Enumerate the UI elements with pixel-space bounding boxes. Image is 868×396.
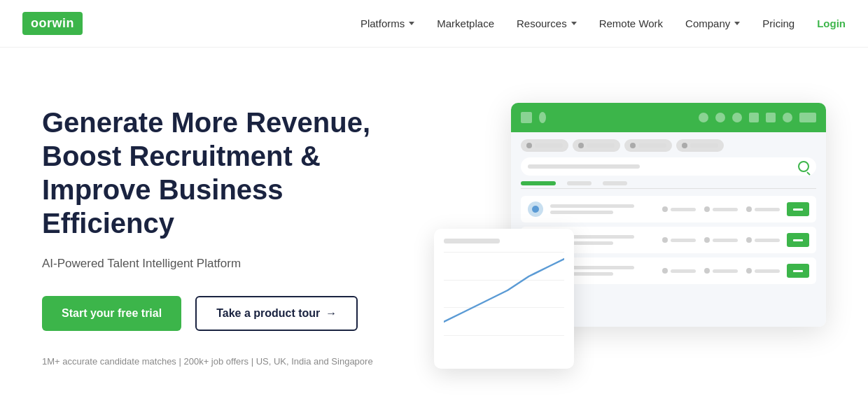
- start-trial-button[interactable]: Start your free trial: [42, 296, 181, 331]
- hero-section: Generate More Revenue, Boost Recruitment…: [0, 48, 868, 396]
- topbar-more-icon: [799, 113, 816, 122]
- menu-icon: [521, 112, 532, 123]
- row-meta: [662, 268, 780, 274]
- hero-illustration: [434, 103, 826, 369]
- hero-buttons: Start your free trial Take a product tou…: [42, 296, 406, 331]
- hero-title: Generate More Revenue, Boost Recruitment…: [42, 106, 406, 240]
- topbar-search-icon: [699, 113, 708, 122]
- tab-1[interactable]: [567, 181, 592, 185]
- table-row: [521, 196, 816, 222]
- topbar-settings-icon: [766, 113, 776, 122]
- topbar-add-icon: [715, 113, 725, 122]
- meta-location: [704, 206, 738, 212]
- avatar: [528, 201, 543, 217]
- row-line-detail: [550, 211, 613, 214]
- nav-item-login[interactable]: Login: [817, 17, 846, 29]
- meta-phone: [746, 206, 780, 212]
- row-line-name: [550, 204, 634, 208]
- row-action-button[interactable]: [787, 202, 809, 216]
- chart-title: [444, 239, 500, 243]
- meta-email: [662, 206, 696, 212]
- filter-pill-2: [573, 139, 620, 152]
- tab-2[interactable]: [603, 181, 627, 185]
- product-tour-button[interactable]: Take a product tour →: [195, 296, 358, 331]
- hero-subtitle: AI-Powered Talent Intelligent Platform: [42, 257, 406, 271]
- nav-item-company[interactable]: Company: [685, 17, 740, 29]
- row-btn-icon: [793, 239, 803, 241]
- nav-item-resources[interactable]: Resources: [517, 17, 577, 29]
- chart-area: [444, 252, 564, 336]
- meta-location: [704, 237, 738, 243]
- dashboard-tabs: [521, 181, 816, 189]
- nav-item-marketplace[interactable]: Marketplace: [437, 17, 494, 29]
- line-chart-svg: [444, 252, 564, 336]
- nav-item-platforms[interactable]: Platforms: [360, 17, 414, 29]
- dashboard-topbar: [511, 103, 826, 132]
- search-icon: [798, 161, 809, 172]
- filter-pill-1: [521, 139, 568, 152]
- topbar-icon-2: [539, 112, 546, 123]
- chevron-down-icon: [571, 22, 577, 25]
- hero-left: Generate More Revenue, Boost Recruitment…: [42, 106, 406, 367]
- hero-stats: 1M+ accurate candidate matches | 200k+ j…: [42, 356, 406, 367]
- search-placeholder: [528, 164, 640, 169]
- row-btn-icon: [793, 270, 803, 272]
- topbar-avatar-icon: [783, 113, 792, 122]
- topbar-grid-icon: [749, 113, 759, 122]
- navbar: oorwin Platforms Marketplace Resources R…: [0, 0, 868, 48]
- nav-item-pricing[interactable]: Pricing: [762, 17, 794, 29]
- topbar-user-icon: [732, 113, 742, 122]
- row-action-button[interactable]: [787, 233, 809, 247]
- nav-links: Platforms Marketplace Resources Remote W…: [360, 17, 846, 29]
- meta-location: [704, 268, 738, 274]
- filter-row: [521, 139, 816, 152]
- row-meta: [662, 206, 780, 212]
- row-info: [550, 204, 655, 214]
- chart-card: [434, 229, 574, 369]
- chevron-down-icon: [409, 22, 414, 25]
- topbar-right-icons: [699, 113, 816, 122]
- row-btn-icon: [793, 208, 803, 211]
- meta-phone: [746, 268, 780, 274]
- meta-email: [662, 237, 696, 243]
- arrow-icon: →: [326, 307, 337, 320]
- row-meta: [662, 237, 780, 243]
- chevron-down-icon: [734, 22, 740, 25]
- meta-phone: [746, 237, 780, 243]
- filter-pill-3: [624, 139, 672, 152]
- filter-pill-4: [676, 139, 724, 152]
- logo[interactable]: oorwin: [22, 12, 83, 35]
- tab-active[interactable]: [521, 181, 556, 185]
- nav-item-remotework[interactable]: Remote Work: [599, 17, 663, 29]
- row-action-button[interactable]: [787, 264, 809, 278]
- dashboard-search[interactable]: [521, 157, 816, 176]
- meta-email: [662, 268, 696, 274]
